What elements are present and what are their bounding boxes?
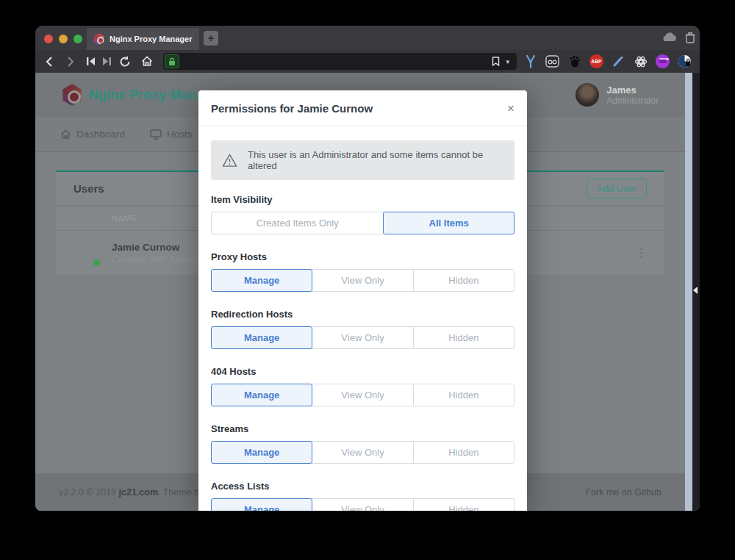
label-redirection-hosts: Redirection Hosts xyxy=(211,309,514,320)
home-button[interactable] xyxy=(138,50,156,73)
extension-blocker-icon[interactable] xyxy=(677,54,692,69)
proxy-hosts-hidden[interactable]: Hidden xyxy=(413,269,514,292)
segment-404-hosts: Manage View Only Hidden xyxy=(211,384,514,406)
npm-favicon-icon xyxy=(93,33,104,45)
warning-icon xyxy=(222,153,237,168)
access-lists-manage[interactable]: Manage xyxy=(211,498,312,511)
row-menu-icon[interactable]: ⋮ xyxy=(636,246,647,259)
redirection-hosts-view-only[interactable]: View Only xyxy=(312,326,413,349)
option-created-items-only[interactable]: Created Items Only xyxy=(211,212,384,234)
extension-container-icon[interactable] xyxy=(545,54,560,69)
streams-view-only[interactable]: View Only xyxy=(312,441,413,464)
modal-title: Permissions for Jamie Curnow xyxy=(211,102,373,115)
user-role: Administrator xyxy=(606,96,659,106)
footer-jc21-link[interactable]: jc21.com xyxy=(119,487,159,498)
access-lists-view-only[interactable]: View Only xyxy=(312,498,413,511)
footer-github-link[interactable]: Fork me on Github xyxy=(585,487,662,498)
browser-tab[interactable]: Nginx Proxy Manager xyxy=(87,28,199,50)
browser-window: Nginx Proxy Manager + xyxy=(35,26,700,511)
extension-purple-icon[interactable] xyxy=(655,54,670,69)
users-card-title: Users xyxy=(74,182,104,195)
streams-manage[interactable]: Manage xyxy=(211,441,312,464)
window-zoom-button[interactable] xyxy=(74,35,82,43)
segment-streams: Manage View Only Hidden xyxy=(211,441,514,464)
option-all-items[interactable]: All Items xyxy=(383,212,514,234)
user-avatar xyxy=(576,83,599,107)
segment-item-visibility: Created Items Only All Items xyxy=(211,212,514,234)
nav-item-hosts[interactable]: Hosts xyxy=(150,129,193,140)
label-404-hosts: 404 Hosts xyxy=(211,366,514,377)
trash-icon[interactable] xyxy=(685,32,695,43)
reload-button[interactable] xyxy=(116,50,134,73)
404-hosts-hidden[interactable]: Hidden xyxy=(413,384,514,406)
user-name: James xyxy=(606,85,659,96)
extension-pen-icon[interactable] xyxy=(611,54,626,69)
add-user-button[interactable]: Add User xyxy=(587,179,647,198)
column-name: NAME xyxy=(112,214,137,223)
extension-adblock-icon[interactable]: ABP xyxy=(589,54,604,69)
segment-proxy-hosts: Manage View Only Hidden xyxy=(211,269,514,292)
label-item-visibility: Item Visibility xyxy=(211,194,514,205)
extension-gnome-foot-icon[interactable] xyxy=(567,54,582,69)
nav-item-dashboard[interactable]: Dashboard xyxy=(60,129,125,140)
url-bar[interactable]: ▾ xyxy=(163,53,517,70)
streams-hidden[interactable]: Hidden xyxy=(413,441,514,464)
bookmark-caret-icon[interactable]: ▾ xyxy=(506,58,509,65)
footer-version: v2.2.0 © 2019 jc21.com. Theme by Tab xyxy=(59,487,221,498)
access-lists-hidden[interactable]: Hidden xyxy=(413,498,514,511)
404-hosts-view-only[interactable]: View Only xyxy=(312,384,413,406)
label-streams: Streams xyxy=(211,423,514,434)
label-access-lists: Access Lists xyxy=(211,481,514,492)
proxy-hosts-view-only[interactable]: View Only xyxy=(312,269,413,292)
browser-tab-bar: Nginx Proxy Manager + xyxy=(35,26,700,50)
back-button[interactable] xyxy=(40,50,57,73)
page-viewport: Nginx Proxy Manager James Administrator … xyxy=(35,73,700,511)
modal-close-icon[interactable]: × xyxy=(507,102,514,115)
segment-redirection-hosts: Manage View Only Hidden xyxy=(211,326,514,349)
scrollbar[interactable] xyxy=(685,73,692,511)
tab-title: Nginx Proxy Manager xyxy=(110,35,192,43)
online-status-dot xyxy=(93,259,101,267)
session-forward-icon[interactable] xyxy=(98,50,115,73)
window-close-button[interactable] xyxy=(44,35,53,43)
npm-logo-icon xyxy=(62,84,82,106)
proxy-hosts-manage[interactable]: Manage xyxy=(211,269,312,292)
segment-access-lists: Manage View Only Hidden xyxy=(211,498,514,511)
404-hosts-manage[interactable]: Manage xyxy=(211,384,312,406)
label-proxy-hosts: Proxy Hosts xyxy=(211,251,514,262)
https-lock-icon[interactable] xyxy=(165,54,179,68)
session-back-icon[interactable] xyxy=(82,50,99,73)
edge-arrow-icon xyxy=(693,287,698,294)
extension-settings-icon[interactable] xyxy=(633,54,648,69)
extension-pin-icon[interactable] xyxy=(523,54,538,69)
forward-button[interactable] xyxy=(62,50,79,73)
admin-alert-text: This user is an Administrator and some i… xyxy=(248,149,503,171)
new-tab-button[interactable]: + xyxy=(204,31,218,46)
browser-toolbar: ▾ ABP xyxy=(35,50,700,73)
window-right-edge xyxy=(692,73,700,511)
redirection-hosts-hidden[interactable]: Hidden xyxy=(413,326,514,349)
redirection-hosts-manage[interactable]: Manage xyxy=(211,326,312,349)
user-menu[interactable]: James Administrator xyxy=(576,83,659,107)
sync-cloud-icon[interactable] xyxy=(662,32,677,42)
admin-alert: This user is an Administrator and some i… xyxy=(211,140,514,180)
permissions-modal: Permissions for Jamie Curnow × This user… xyxy=(198,90,527,511)
window-minimize-button[interactable] xyxy=(59,35,68,43)
bookmark-flag-icon[interactable] xyxy=(492,57,500,66)
